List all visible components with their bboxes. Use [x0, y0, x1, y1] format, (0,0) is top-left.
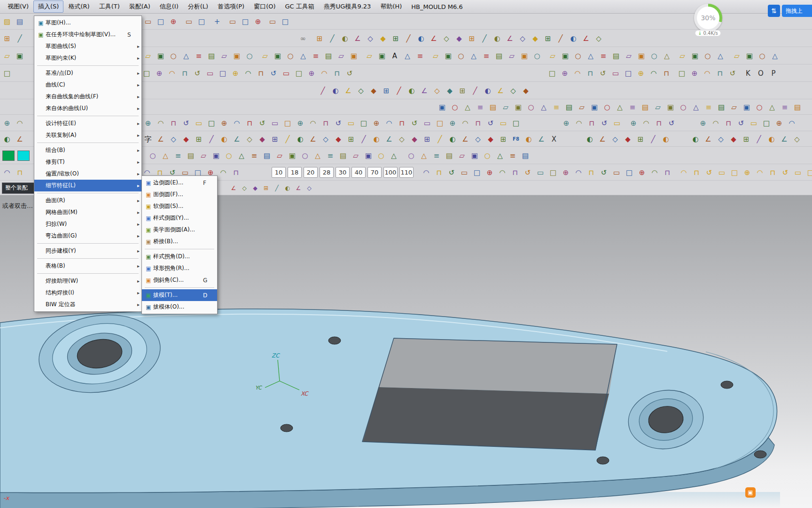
toolbar-icon[interactable]: △ [297, 50, 309, 62]
toolbar-icon[interactable]: ▤ [610, 50, 622, 62]
toolbar-icon[interactable]: ◇ [364, 33, 376, 44]
toolbar-icon[interactable]: ╱ [478, 33, 491, 44]
toolbar-icon[interactable]: ▱ [623, 50, 635, 62]
snap-number-button[interactable]: 70 [367, 167, 382, 178]
toolbar-icon[interactable]: ▱ [142, 50, 154, 62]
menu-item-sketch[interactable]: ▣草图(H)... [34, 17, 141, 29]
toolbar-icon[interactable]: △ [418, 150, 430, 161]
toolbar-icon[interactable]: ▱ [728, 102, 740, 113]
toolbar-icon[interactable]: ▣ [376, 50, 388, 62]
menu-tools[interactable]: 工具(T) [94, 0, 125, 13]
toolbar-icon[interactable]: ◠ [754, 167, 766, 178]
toolbar-icon[interactable]: ⊞ [269, 134, 281, 145]
submenu-item-chamfer[interactable]: ▣倒斜角(C)...G [142, 274, 217, 286]
toolbar-icon[interactable]: ≡ [324, 150, 336, 161]
toolbar-icon[interactable]: ▣ [588, 102, 601, 113]
toolbar-icon[interactable]: ◇ [507, 85, 519, 96]
toolbar-icon[interactable]: ▤ [487, 102, 499, 113]
toolbar-icon[interactable]: ⊓ [766, 167, 779, 178]
toolbar-icon[interactable]: ⊓ [509, 167, 521, 178]
toolbar-icon[interactable]: ◠ [572, 167, 585, 178]
toolbar-icon[interactable]: ◆ [529, 33, 541, 44]
toolbar-icon[interactable]: ╱ [393, 85, 405, 96]
menu-item-design-feature[interactable]: 设计特征(E)▸ [34, 118, 141, 129]
toolbar-icon[interactable]: □ [217, 68, 229, 79]
toolbar-icon[interactable]: ≡ [507, 150, 519, 161]
toolbar-icon[interactable]: F8 [510, 134, 522, 145]
toolbar-icon[interactable]: ▤ [493, 50, 505, 62]
toolbar-icon[interactable]: 字 [142, 134, 154, 145]
toolbar-icon[interactable]: ▭ [280, 68, 292, 79]
menu-item-associative-copy[interactable]: 关联复制(A)▸ [34, 129, 141, 141]
toolbar-icon[interactable]: ╱ [205, 134, 218, 145]
toolbar-icon[interactable]: △ [494, 150, 506, 161]
toolbar-icon[interactable]: ⊓ [14, 167, 26, 178]
toolbar-icon[interactable]: ▱ [429, 50, 442, 62]
toolbar-icon[interactable]: ○ [753, 102, 765, 113]
toolbar-icon[interactable]: ▱ [500, 102, 512, 113]
menu-analysis[interactable]: 分析(L) [183, 0, 213, 13]
toolbar-icon[interactable]: ⊓ [396, 118, 408, 129]
toolbar-icon[interactable]: ╱ [469, 85, 481, 96]
toolbar-icon[interactable]: ▭ [269, 118, 281, 129]
toolbar-icon[interactable]: ▤ [715, 102, 727, 113]
toolbar-icon[interactable]: □ [546, 68, 558, 79]
toolbar-icon[interactable]: A [389, 50, 401, 62]
toolbar-icon[interactable]: ⊓ [586, 118, 598, 129]
toolbar-icon[interactable]: ╱ [358, 134, 370, 145]
toolbar-icon[interactable]: ↺ [726, 68, 739, 79]
toolbar-icon[interactable]: ○ [299, 150, 311, 161]
toolbar-icon[interactable]: ○ [167, 50, 180, 62]
toolbar-icon[interactable]: ▣ [442, 50, 454, 62]
toolbar-icon[interactable]: ⊕ [559, 68, 571, 79]
toolbar-icon[interactable]: ▱ [1, 50, 13, 62]
toolbar-icon[interactable]: □ [281, 118, 294, 129]
toolbar-icon[interactable]: □ [547, 167, 559, 178]
snap-number-button[interactable]: 10 [272, 167, 286, 178]
toolbar-icon[interactable]: ⊕ [370, 118, 383, 129]
toolbar-icon[interactable]: ▱ [652, 102, 664, 113]
toolbar-icon[interactable]: ▣ [362, 150, 375, 161]
menu-item-flange-surface[interactable]: 弯边曲面(G)▸ [34, 230, 141, 242]
toolbar-icon[interactable]: ⊕ [294, 118, 306, 129]
toolbar-icon[interactable]: ⊕ [142, 118, 154, 129]
toolbar-icon[interactable]: ◇ [320, 134, 332, 145]
toolbar-icon[interactable]: ◠ [307, 118, 319, 129]
toolbar-icon[interactable]: ◇ [431, 85, 443, 96]
toolbar-icon[interactable]: ▱ [197, 150, 210, 161]
toolbar-icon[interactable]: ⊓ [167, 118, 180, 129]
toolbar-icon[interactable]: □ [239, 16, 251, 27]
toolbar-icon[interactable]: △ [690, 102, 702, 113]
toolbar-icon[interactable]: ≡ [248, 150, 260, 161]
toolbar-icon[interactable]: ▤ [639, 102, 651, 113]
toolbar-icon[interactable]: ▤ [14, 16, 26, 27]
toolbar-icon[interactable]: ⊞ [345, 134, 357, 145]
toolbar-icon[interactable]: ◐ [689, 134, 702, 145]
toolbar-icon[interactable]: ≡ [550, 102, 562, 113]
menu-item-structure-weld[interactable]: 结构焊接(I)▸ [34, 287, 141, 299]
toolbar-icon[interactable]: ◆ [180, 134, 192, 145]
toolbar-icon[interactable]: ▤ [519, 150, 531, 161]
menu-item-table[interactable]: 表格(B)▸ [34, 260, 141, 272]
menu-item-datum-point[interactable]: 基准/点(D)▸ [34, 67, 141, 79]
submenu-item-draft-body[interactable]: ▣拔模体(O)... [142, 301, 217, 313]
menu-item-synchronous-modeling[interactable]: 同步建模(Y)▸ [34, 245, 141, 257]
toolbar-icon[interactable]: ⊕ [773, 118, 785, 129]
snap-number-button[interactable]: 20 [304, 167, 318, 178]
toolbar-icon[interactable]: □ [1, 68, 13, 79]
toolbar-icon[interactable]: ◇ [167, 134, 180, 145]
toolbar-icon[interactable]: ◐ [765, 134, 778, 145]
toolbar-icon[interactable]: ◠ [166, 68, 178, 79]
toolbar-icon[interactable]: ≡ [430, 150, 443, 161]
menu-item-sketch-constraint[interactable]: 草图约束(K)▸ [34, 52, 141, 64]
toolbar-icon[interactable]: ▱ [335, 50, 347, 62]
submenu-item-spherical-corner[interactable]: ▣球形拐角(R)... [142, 262, 217, 274]
toolbar-icon[interactable]: ◆ [622, 134, 634, 145]
toolbar-icon[interactable]: ○ [525, 102, 537, 113]
toolbar-icon[interactable]: ↺ [484, 118, 497, 129]
toolbar-icon[interactable]: ▭ [421, 118, 433, 129]
menu-preferences[interactable]: 首选项(P) [213, 0, 249, 13]
menu-item-trim[interactable]: 修剪(T)▸ [34, 156, 141, 168]
toolbar-icon[interactable]: ◠ [496, 167, 508, 178]
toolbar-icon[interactable]: □ [155, 16, 167, 27]
